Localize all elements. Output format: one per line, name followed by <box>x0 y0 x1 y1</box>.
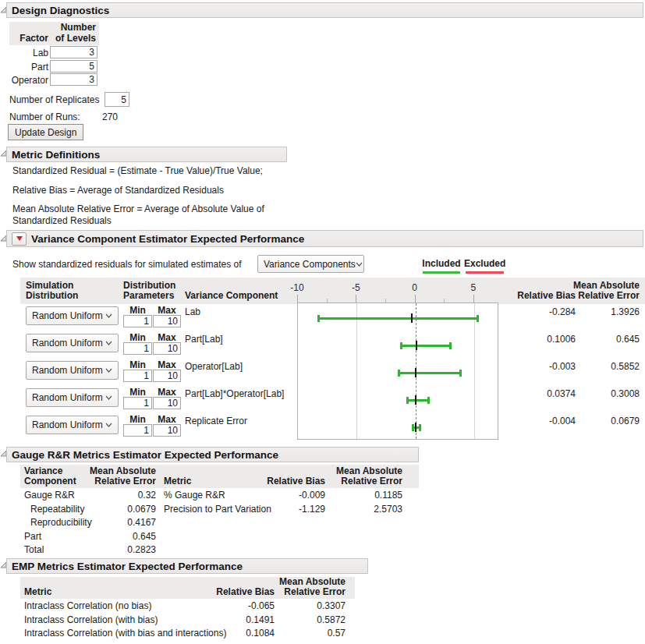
simulation-distribution-dropdown[interactable]: Random Uniform <box>26 416 119 434</box>
min-label: Min <box>123 387 152 397</box>
axis-tick <box>473 295 474 303</box>
chevron-down-icon <box>105 341 112 345</box>
levels-input[interactable] <box>50 46 97 58</box>
variance-component-cell: Repeatability <box>30 504 84 515</box>
min-input[interactable] <box>123 397 152 409</box>
replicates-label: Number of Replicates <box>9 94 99 105</box>
mare-cell: 0.4167 <box>78 517 156 528</box>
simulation-distribution-dropdown[interactable]: Random Uniform <box>26 388 119 407</box>
metric-definition-line: Relative Bias = Average of Standardized … <box>12 185 295 196</box>
min-input[interactable] <box>123 342 152 355</box>
section-header-gauge-rr[interactable]: Gauge R&R Metrics Estimator Expected Per… <box>6 447 419 462</box>
dropdown-value: Random Uniform <box>32 419 103 430</box>
variance-component-cell: Part <box>24 531 41 542</box>
simulation-distribution-dropdown[interactable]: Random Uniform <box>26 306 119 325</box>
variance-component-label: Replicate Error <box>185 416 247 426</box>
show-residuals-label: Show standardized residuals for simulate… <box>12 259 241 270</box>
update-design-button[interactable]: Update Design <box>8 124 83 140</box>
section-title: EMP Metrics Estimator Expected Performan… <box>12 561 243 572</box>
axis-tick-label: -5 <box>344 282 367 293</box>
mare-cell: 0.2823 <box>78 544 156 555</box>
metric-cell: Intraclass Correlation (with bias) <box>24 614 158 625</box>
max-input[interactable] <box>153 424 181 437</box>
legend-included-label: Included <box>421 258 462 269</box>
section-title: Metric Definitions <box>12 149 100 161</box>
axis-tick <box>297 295 298 303</box>
section-header-design-diagnostics[interactable]: Design Diagnostics <box>6 2 643 18</box>
jmp-design-diagnostics-window: Design Diagnostics Factor Number of Leve… <box>0 0 645 644</box>
axis-tick <box>415 295 416 303</box>
gauge-table-row: Total 0.2823 <box>20 544 419 557</box>
replicates-input[interactable] <box>105 92 129 107</box>
col-header-mare: Relative Error <box>562 291 640 301</box>
variance-component-cell: Gauge R&R <box>24 490 75 501</box>
col-header-mare: Relative Error <box>78 476 156 487</box>
red-triangle-menu-button[interactable] <box>12 232 27 246</box>
gauge-table-row: Repeatability 0.0679 Precision to Part V… <box>20 504 419 517</box>
emp-table: Metric Relative Bias Mean Absolute Relat… <box>20 577 355 644</box>
min-label: Min <box>123 305 152 315</box>
factor-column-header: Factor <box>9 33 48 44</box>
max-input[interactable] <box>153 397 181 409</box>
levels-input[interactable] <box>50 73 97 86</box>
mare-cell: 0.5872 <box>268 614 346 625</box>
factor-row: Operator <box>9 73 111 87</box>
vce-row: Random Uniform Min Max Part[Lab] 0.1006 … <box>0 332 645 359</box>
simulation-distribution-dropdown[interactable]: Random Uniform <box>26 361 119 380</box>
col-header-metric: Metric <box>164 476 191 487</box>
gauge-table-row: Part 0.645 <box>20 531 419 544</box>
mare-cell: 0.3307 <box>268 600 346 611</box>
section-title: Gauge R&R Metrics Estimator Expected Per… <box>12 449 278 461</box>
axis-tick <box>356 295 356 303</box>
vce-table: Simulation Distribution Distribution Par… <box>0 278 645 443</box>
section-title: Variance Component Estimator Expected Pe… <box>31 233 304 245</box>
max-label: Max <box>153 359 181 370</box>
max-label: Max <box>153 332 181 342</box>
col-header-mare: Relative Error <box>324 476 402 487</box>
min-input[interactable] <box>123 424 152 437</box>
dropdown-value: Variance Components <box>264 259 356 270</box>
relative-bias-cell: 0.1491 <box>197 614 275 625</box>
factor-row: Lab <box>9 46 111 59</box>
levels-input[interactable] <box>50 60 97 73</box>
gauge-table-row: Gauge R&R 0.32 % Gauge R&R -0.009 0.1185 <box>20 490 419 503</box>
max-label: Max <box>153 305 181 315</box>
red-triangle-icon <box>16 236 23 241</box>
estimates-dropdown[interactable]: Variance Components <box>257 255 364 273</box>
mare-value: 1.3926 <box>562 306 640 317</box>
section-header-emp[interactable]: EMP Metrics Estimator Expected Performan… <box>6 558 368 574</box>
emp-table-row: Intraclass Correlation (no bias) -0.065 … <box>20 600 355 614</box>
simulation-distribution-dropdown[interactable]: Random Uniform <box>26 334 119 352</box>
vce-row: Random Uniform Min Max Operator[Lab] -0.… <box>0 359 645 387</box>
factor-name: Operator <box>9 75 48 86</box>
mare-value: 0.645 <box>562 334 640 345</box>
axis-tick-label: 5 <box>462 282 485 293</box>
relative-bias-cell: -0.065 <box>197 600 275 611</box>
metric-definition-line: Mean Absolute Relative Error = Average o… <box>12 203 295 227</box>
dropdown-value: Random Uniform <box>32 365 103 376</box>
chevron-down-icon <box>105 395 112 400</box>
vce-row: Random Uniform Min Max Lab -0.284 1.3926 <box>0 305 645 332</box>
section-header-metric-definitions[interactable]: Metric Definitions <box>6 147 287 162</box>
col-header-variance-component: Variance Component <box>185 291 278 301</box>
chevron-down-icon <box>356 262 363 267</box>
col-header-mare: Relative Error <box>268 587 346 597</box>
min-input[interactable] <box>123 315 152 327</box>
chevron-down-icon <box>105 313 112 318</box>
relative-bias-cell: -0.009 <box>247 490 325 501</box>
max-input[interactable] <box>153 342 181 355</box>
vce-row: Random Uniform Min Max Part[Lab]*Operato… <box>0 387 645 414</box>
col-header-relative-bias: Relative Bias <box>247 476 325 487</box>
min-input[interactable] <box>123 370 152 382</box>
min-label: Min <box>123 414 152 424</box>
max-input[interactable] <box>153 370 181 382</box>
variance-component-label: Part[Lab] <box>185 334 223 345</box>
max-input[interactable] <box>153 315 181 327</box>
chevron-down-icon <box>105 423 112 427</box>
max-label: Max <box>153 414 181 424</box>
section-header-vce[interactable]: Variance Component Estimator Expected Pe… <box>6 230 643 247</box>
mare-cell: 0.1185 <box>324 490 402 501</box>
relative-bias-cell: -1.129 <box>247 504 325 515</box>
axis-tick-label: -10 <box>285 282 309 293</box>
min-label: Min <box>123 332 152 342</box>
